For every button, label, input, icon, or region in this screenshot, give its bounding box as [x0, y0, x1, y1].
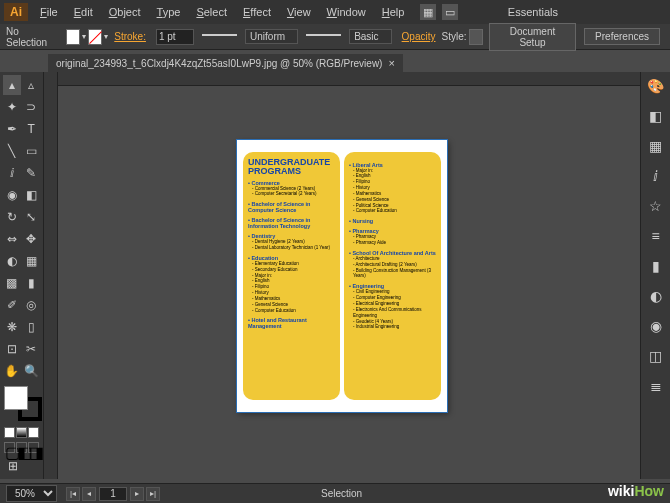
menu-help[interactable]: Help [374, 6, 413, 18]
eyedropper-tool[interactable]: ✐ [3, 295, 21, 315]
graph-tool[interactable]: ▯ [23, 317, 41, 337]
fill-color-box[interactable] [4, 386, 28, 410]
mesh-tool[interactable]: ▩ [3, 273, 21, 293]
width-tool[interactable]: ⇔ [3, 229, 21, 249]
gradient-panel-icon[interactable]: ▮ [646, 256, 666, 276]
type-tool[interactable]: T [23, 119, 41, 139]
draw-normal-icon[interactable]: ▢ [4, 442, 15, 453]
stroke-profile-dropdown[interactable]: Uniform [245, 29, 298, 44]
none-mode-icon[interactable] [28, 427, 39, 438]
artboard[interactable]: UNDERGRADUATEPROGRAMS • CommerceCommerci… [237, 140, 447, 412]
transparency-panel-icon[interactable]: ◐ [646, 286, 666, 306]
direct-selection-tool[interactable]: ▵ [23, 75, 41, 95]
list-item: Pharmacy Aide [353, 240, 436, 246]
last-artboard-button[interactable]: ▸| [146, 487, 160, 501]
paintbrush-tool[interactable]: ⅈ [3, 163, 21, 183]
workspace-switcher[interactable]: Essentials [500, 6, 566, 18]
document-tab[interactable]: original_234993_t_6Clxdj4K4zqZt55asI0LwP… [48, 54, 403, 72]
shape-builder-tool[interactable]: ◐ [3, 251, 21, 271]
slice-tool[interactable]: ✂ [23, 339, 41, 359]
next-artboard-button[interactable]: ▸ [130, 487, 144, 501]
rotate-tool[interactable]: ↻ [3, 207, 21, 227]
ruler-horizontal[interactable] [58, 72, 640, 86]
scale-tool[interactable]: ⤡ [23, 207, 41, 227]
document-tab-title: original_234993_t_6Clxdj4K4zqZt55asI0LwP… [56, 58, 382, 69]
fill-swatch[interactable] [66, 29, 80, 45]
symbol-sprayer-tool[interactable]: ❋ [3, 317, 21, 337]
preferences-button[interactable]: Preferences [584, 28, 660, 45]
menu-file[interactable]: File [32, 6, 66, 18]
gradient-mode-icon[interactable] [16, 427, 27, 438]
pencil-tool[interactable]: ✎ [23, 163, 41, 183]
style-label: Style: [442, 31, 467, 42]
watermark: wikiHow [608, 483, 664, 499]
canvas-area[interactable]: UNDERGRADUATEPROGRAMS • CommerceCommerci… [44, 72, 640, 479]
style-swatch[interactable] [469, 29, 483, 45]
menu-effect[interactable]: Effect [235, 6, 279, 18]
arrange-icon[interactable]: ▭ [442, 4, 458, 20]
brushes-panel-icon[interactable]: ⅈ [646, 166, 666, 186]
perspective-tool[interactable]: ▦ [23, 251, 41, 271]
menu-object[interactable]: Object [101, 6, 149, 18]
brochure-title: UNDERGRADUATEPROGRAMS [248, 158, 335, 176]
graphic-styles-icon[interactable]: ◫ [646, 346, 666, 366]
draw-inside-icon[interactable]: ◨ [28, 442, 39, 453]
app-logo-icon[interactable]: Ai [4, 3, 28, 21]
status-bar: 50% |◂ ◂ 1 ▸ ▸| Selection [0, 483, 670, 503]
menu-window[interactable]: Window [319, 6, 374, 18]
zoom-dropdown[interactable]: 50% [6, 485, 57, 502]
hand-tool[interactable]: ✋ [3, 361, 21, 381]
document-setup-button[interactable]: Document Setup [489, 23, 576, 51]
eraser-tool[interactable]: ◧ [23, 185, 41, 205]
draw-behind-icon[interactable]: ◧ [16, 442, 27, 453]
stroke-swatch[interactable] [88, 29, 102, 45]
menu-type[interactable]: Type [149, 6, 189, 18]
first-artboard-button[interactable]: |◂ [66, 487, 80, 501]
free-transform-tool[interactable]: ✥ [23, 229, 41, 249]
opacity-link[interactable]: Opacity [402, 31, 436, 42]
blend-tool[interactable]: ◎ [23, 295, 41, 315]
color-mode-icon[interactable] [4, 427, 15, 438]
stroke-weight-input[interactable] [156, 29, 194, 45]
pen-tool[interactable]: ✒ [3, 119, 21, 139]
ruler-vertical[interactable] [44, 72, 58, 479]
list-item: Computer Education [353, 208, 436, 214]
zoom-tool[interactable]: 🔍 [23, 361, 41, 381]
menu-edit[interactable]: Edit [66, 6, 101, 18]
list-item: Computer Secretarial (2 Years) [252, 191, 335, 197]
layers-panel-icon[interactable]: ≣ [646, 376, 666, 396]
selection-tool[interactable]: ▴ [3, 75, 21, 95]
section-list: Elementary EducationSecondary EducationM… [252, 261, 335, 314]
blob-brush-tool[interactable]: ◉ [3, 185, 21, 205]
rectangle-tool[interactable]: ▭ [23, 141, 41, 161]
symbols-panel-icon[interactable]: ☆ [646, 196, 666, 216]
magic-wand-tool[interactable]: ✦ [3, 97, 21, 117]
color-guide-icon[interactable]: ◧ [646, 106, 666, 126]
close-icon[interactable]: × [388, 57, 394, 69]
artboard-tool[interactable]: ⊡ [3, 339, 21, 359]
stroke-panel-link[interactable]: Stroke: [114, 31, 146, 42]
swatches-panel-icon[interactable]: ▦ [646, 136, 666, 156]
brush-dropdown[interactable]: Basic [349, 29, 391, 44]
color-panel-icon[interactable]: 🎨 [646, 76, 666, 96]
gradient-tool[interactable]: ▮ [23, 273, 41, 293]
section-list: PharmacyPharmacy Aide [353, 234, 436, 246]
line-tool[interactable]: ╲ [3, 141, 21, 161]
brochure-left-panel: UNDERGRADUATEPROGRAMS • CommerceCommerci… [243, 152, 340, 400]
fill-stroke-indicator[interactable] [4, 386, 42, 421]
stroke-panel-icon[interactable]: ≡ [646, 226, 666, 246]
artboard-number-input[interactable]: 1 [99, 487, 127, 501]
toolbox: ▴▵ ✦⊃ ✒T ╲▭ ⅈ✎ ◉◧ ↻⤡ ⇔✥ ◐▦ ▩▮ ✐◎ ❋▯ ⊡✂ ✋… [0, 72, 44, 479]
brush-sample [306, 34, 341, 46]
menu-select[interactable]: Select [188, 6, 235, 18]
appearance-panel-icon[interactable]: ◉ [646, 316, 666, 336]
bridge-icon[interactable]: ▦ [420, 4, 436, 20]
prev-artboard-button[interactable]: ◂ [82, 487, 96, 501]
section-list: Major in: English Filipino History Mathe… [353, 168, 436, 215]
lasso-tool[interactable]: ⊃ [23, 97, 41, 117]
screen-mode-tool[interactable]: ⊞ [3, 456, 23, 476]
brochure-right-panel: • Liberal ArtsMajor in: English Filipino… [344, 152, 441, 400]
list-item: Building Construction Management (3 Year… [353, 268, 436, 280]
menu-view[interactable]: View [279, 6, 319, 18]
section-list: Civil EngineeringComputer EngineeringEle… [353, 289, 436, 330]
